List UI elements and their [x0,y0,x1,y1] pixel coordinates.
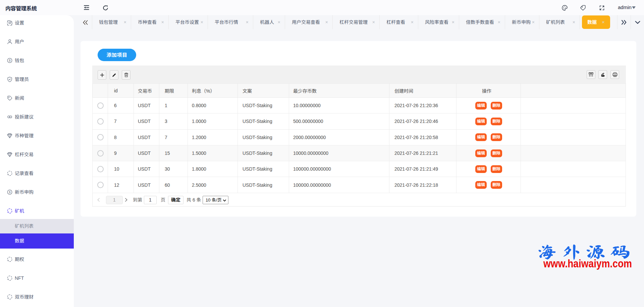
svg-text:$: $ [9,190,10,194]
svg-text:$: $ [9,59,10,62]
